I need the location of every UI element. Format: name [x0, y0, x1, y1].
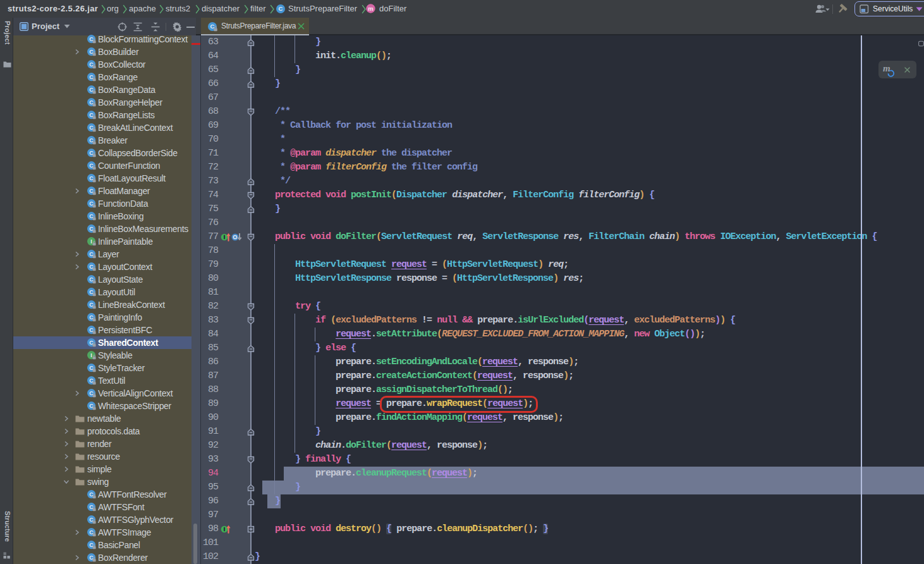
svg-text:I: I — [90, 352, 92, 359]
svg-text:C: C — [279, 5, 283, 12]
svg-text:m: m — [883, 63, 891, 73]
svg-text:I: I — [90, 238, 92, 245]
svg-text:m: m — [368, 5, 373, 12]
